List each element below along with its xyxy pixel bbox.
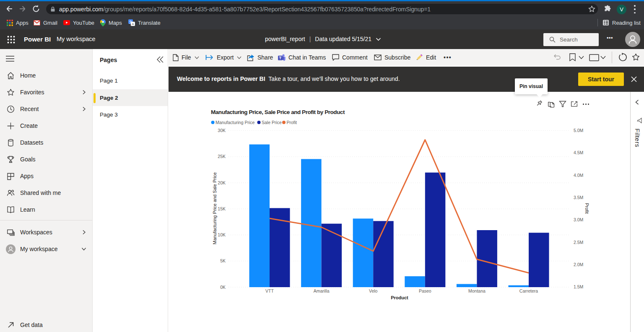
- svg-text:3.0M: 3.0M: [574, 217, 583, 222]
- svg-text:2.0M: 2.0M: [574, 262, 583, 267]
- svg-text:Sale Price: Sale Price: [262, 120, 282, 125]
- svg-text:A: A: [132, 22, 134, 26]
- svg-text:30K: 30K: [218, 128, 226, 133]
- svg-text:Manufacturing Price and Sale P: Manufacturing Price and Sale Price: [212, 172, 217, 244]
- svg-text:20K: 20K: [218, 180, 226, 185]
- svg-text:Manufacturing Price, Sale Pric: Manufacturing Price, Sale Price and Prof…: [211, 109, 345, 115]
- svg-text:5.0M: 5.0M: [574, 128, 583, 133]
- svg-text:VTT: VTT: [265, 288, 274, 293]
- svg-text:Amarilla: Amarilla: [314, 288, 330, 293]
- svg-text:Montana: Montana: [468, 288, 486, 293]
- svg-text:25K: 25K: [218, 154, 226, 159]
- svg-text:0K: 0K: [220, 285, 226, 290]
- svg-text:Profit: Profit: [287, 120, 297, 125]
- svg-text:5K: 5K: [220, 258, 226, 263]
- svg-text:4.0M: 4.0M: [574, 173, 583, 178]
- svg-text:3.5M: 3.5M: [574, 195, 583, 200]
- svg-text:Profit: Profit: [584, 203, 589, 214]
- svg-text:4.5M: 4.5M: [574, 150, 583, 155]
- svg-text:Carretera: Carretera: [519, 288, 538, 293]
- svg-text:Filters: Filters: [634, 129, 641, 148]
- svg-text:Manufacturing Price: Manufacturing Price: [216, 120, 255, 125]
- svg-text:Product: Product: [391, 295, 408, 300]
- svg-text:10K: 10K: [218, 232, 226, 237]
- svg-text:15K: 15K: [218, 206, 226, 211]
- svg-text:2.5M: 2.5M: [574, 240, 583, 245]
- svg-text:1.5M: 1.5M: [574, 284, 583, 289]
- svg-text:Velo: Velo: [369, 288, 378, 293]
- svg-text:Paseo: Paseo: [419, 288, 431, 293]
